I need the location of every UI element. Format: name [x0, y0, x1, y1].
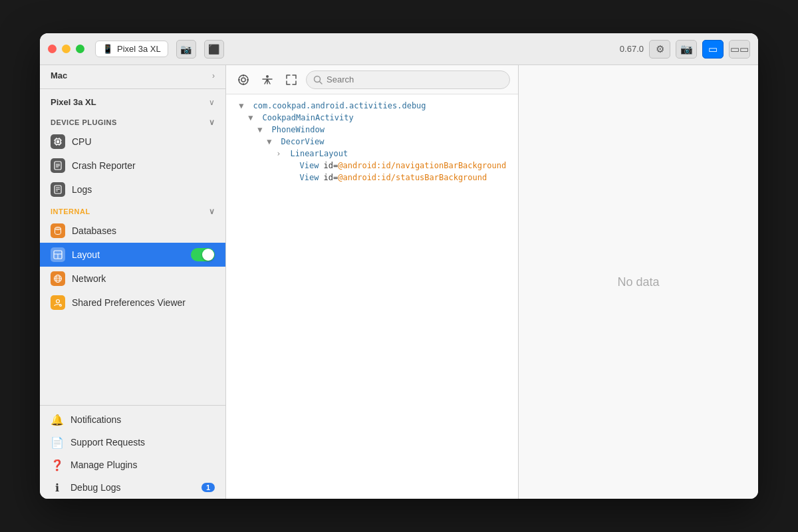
cpu-icon	[51, 134, 65, 149]
device-tab[interactable]: 📱 Pixel 3a XL	[95, 41, 168, 57]
device-icon: 📱	[102, 44, 113, 54]
toggle-knob	[202, 249, 214, 261]
tree-node: PhoneWindow	[271, 125, 324, 134]
sidebar-item-notifications[interactable]: 🔔 Notifications	[40, 408, 225, 431]
accessibility-icon-btn[interactable]	[258, 70, 277, 89]
logs-icon	[51, 182, 65, 197]
internal-section: INTERNAL ∨	[40, 201, 225, 219]
screenshot-button[interactable]: 📷	[176, 40, 196, 59]
tree-row[interactable]: View id=@android:id/statusBarBackground	[226, 172, 518, 184]
mac-label: Mac	[51, 70, 67, 80]
search-box[interactable]	[306, 70, 510, 89]
sidebar: Mac › Pixel 3a XL ∨ DEVICE PLUGINS ∨	[40, 65, 226, 499]
svg-point-31	[241, 78, 245, 82]
mac-chevron-icon: ›	[212, 71, 215, 80]
svg-line-38	[320, 81, 323, 84]
tree-node-tag: View	[299, 173, 323, 182]
search-icon	[313, 75, 323, 84]
sidebar-item-cpu[interactable]: CPU	[40, 130, 225, 154]
tree-row[interactable]: › LinearLayout	[226, 148, 518, 160]
sidebar-item-network[interactable]: Network	[40, 267, 225, 291]
layout-split-icon: ▭▭	[730, 43, 749, 55]
screenshot-icon: 📷	[180, 44, 192, 55]
right-panel: No data	[519, 65, 758, 499]
support-label: Support Requests	[70, 437, 145, 448]
manage-plugins-icon: ❓	[51, 458, 64, 471]
internal-label: INTERNAL	[51, 207, 90, 215]
sidebar-pixel-header[interactable]: Pixel 3a XL ∨	[40, 92, 225, 112]
sidebar-item-crash-reporter[interactable]: Crash Reporter	[40, 154, 225, 178]
tree-row[interactable]: ▼ PhoneWindow	[226, 124, 518, 136]
internal-chevron: ∨	[209, 207, 215, 216]
debug-logs-label: Debug Logs	[70, 482, 121, 493]
tree-node: DecorView	[281, 137, 324, 146]
svg-point-28	[57, 300, 60, 303]
svg-rect-1	[57, 140, 59, 143]
settings-button[interactable]: ⚙	[649, 40, 670, 59]
layout-label: Layout	[72, 249, 100, 260]
close-button[interactable]	[48, 45, 57, 53]
target-icon-btn[interactable]	[234, 70, 253, 89]
device-plugins-chevron: ∨	[209, 118, 215, 127]
gear-icon: ⚙	[656, 43, 664, 55]
snapshot-button[interactable]: 📷	[676, 40, 697, 59]
debug-logs-badge: 1	[201, 483, 215, 492]
tree-node-tag: View	[299, 161, 323, 170]
network-label: Network	[72, 273, 106, 284]
tree-node: LinearLayout	[290, 149, 348, 158]
layout-single-icon: ▭	[708, 43, 718, 55]
shared-prefs-icon	[51, 295, 65, 310]
crash-reporter-label: Crash Reporter	[72, 160, 136, 171]
main-window: 📱 Pixel 3a XL 📷 ⬛ 0.67.0 ⚙ 📷 ▭ ▭▭	[40, 33, 758, 499]
layout-single-button[interactable]: ▭	[702, 40, 724, 59]
crash-reporter-icon	[51, 158, 65, 173]
layout-toggle[interactable]	[191, 248, 215, 261]
inspector-panel: ▼ com.cookpad.android.activities.debug ▼…	[226, 65, 519, 499]
debug-logs-icon: ℹ	[51, 481, 64, 494]
sidebar-item-support[interactable]: 📄 Support Requests	[40, 431, 225, 454]
minimize-button[interactable]	[62, 45, 70, 53]
titlebar: 📱 Pixel 3a XL 📷 ⬛ 0.67.0 ⚙ 📷 ▭ ▭▭	[40, 33, 758, 65]
notifications-label: Notifications	[70, 414, 121, 425]
sidebar-item-shared-prefs[interactable]: Shared Preferences Viewer	[40, 291, 225, 315]
sidebar-item-layout[interactable]: Layout	[40, 243, 225, 267]
sidebar-mac-header[interactable]: Mac ›	[40, 65, 225, 86]
maximize-button[interactable]	[76, 45, 84, 53]
titlebar-right: 0.67.0 ⚙ 📷 ▭ ▭▭	[620, 40, 750, 59]
support-icon: 📄	[51, 436, 64, 449]
sidebar-item-debug-logs[interactable]: ℹ Debug Logs 1	[40, 476, 225, 499]
sidebar-spacer	[40, 315, 225, 402]
traffic-lights	[48, 45, 84, 53]
tree-node: com.cookpad.android.activities.debug	[253, 101, 426, 110]
svg-point-36	[266, 75, 269, 78]
notifications-icon: 🔔	[51, 413, 64, 426]
layout-icon	[51, 247, 65, 262]
record-button[interactable]: ⬛	[204, 40, 224, 59]
tree-node: CookpadMainActivity	[262, 113, 353, 122]
tree-row[interactable]: ▼ com.cookpad.android.activities.debug	[226, 100, 518, 112]
databases-icon	[51, 223, 65, 238]
sidebar-item-logs[interactable]: Logs	[40, 178, 225, 201]
layout-split-button[interactable]: ▭▭	[729, 40, 750, 59]
sidebar-item-manage-plugins[interactable]: ❓ Manage Plugins	[40, 454, 225, 476]
tree-row[interactable]: ▼ CookpadMainActivity	[226, 112, 518, 124]
sidebar-item-databases[interactable]: Databases	[40, 219, 225, 243]
inspector-toolbar	[226, 65, 518, 94]
record-icon: ⬛	[208, 44, 219, 55]
svg-point-19	[55, 227, 61, 230]
search-input[interactable]	[327, 74, 503, 84]
device-plugins-section: DEVICE PLUGINS ∨	[40, 112, 225, 130]
expand-icon-btn[interactable]	[282, 70, 301, 89]
logs-label: Logs	[72, 184, 92, 195]
titlebar-center: 📱 Pixel 3a XL 📷 ⬛	[95, 40, 620, 59]
device-plugins-label: DEVICE PLUGINS	[51, 118, 117, 126]
network-icon	[51, 271, 65, 286]
device-tab-label: Pixel 3a XL	[117, 44, 161, 54]
svg-point-30	[239, 75, 248, 84]
tree-row[interactable]: View id=@android:id/navigationBarBackgro…	[226, 160, 518, 172]
databases-label: Databases	[72, 225, 116, 236]
pixel-label: Pixel 3a XL	[51, 97, 96, 107]
camera-icon: 📷	[680, 43, 693, 55]
tree-row[interactable]: ▼ DecorView	[226, 136, 518, 148]
pixel-chevron-icon: ∨	[209, 98, 215, 107]
